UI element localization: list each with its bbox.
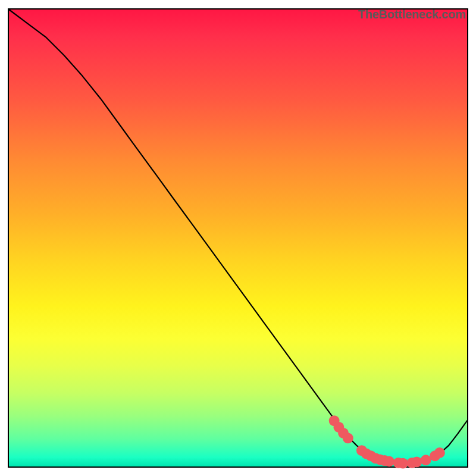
scatter-dot (411, 456, 422, 467)
plot-area: TheBottleneck.com (8, 8, 468, 468)
scatter-dots (329, 415, 445, 468)
scatter-dot (397, 458, 408, 469)
scatter-dot (343, 433, 353, 443)
scatter-dot (421, 455, 431, 465)
chart-stage: TheBottleneck.com (0, 0, 476, 476)
scatter-dot (434, 447, 445, 458)
bottleneck-curve (9, 10, 467, 464)
chart-svg (9, 10, 467, 466)
scatter-dot (384, 456, 394, 467)
